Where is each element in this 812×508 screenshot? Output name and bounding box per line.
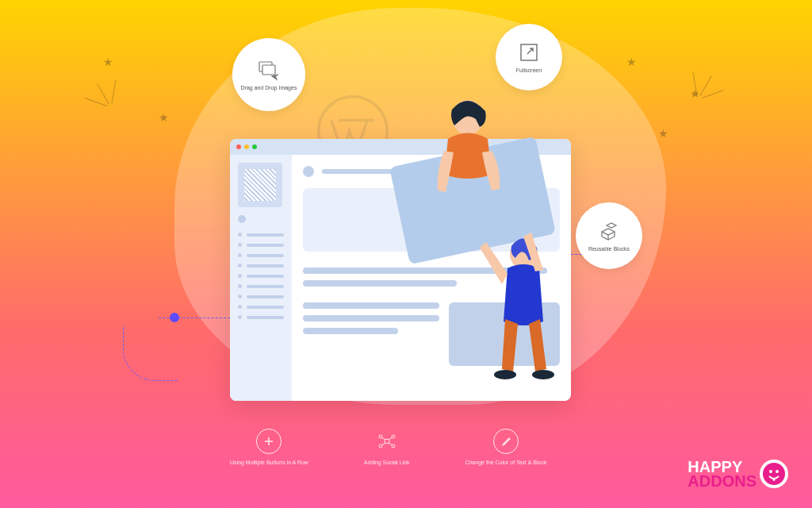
feature-label: Fullscreen (516, 67, 542, 74)
sparkle-burst (79, 75, 143, 139)
sparkle-burst (666, 67, 730, 131)
star-icon: ★ (103, 56, 113, 68)
eyedropper-icon (493, 429, 519, 454)
bottom-feature-row: Using Multiple Buttons in A Row Adding S… (230, 429, 546, 466)
star-icon: ★ (626, 56, 637, 68)
feature-change-color: Change the Color of Text & Block (465, 429, 546, 466)
svg-point-13 (763, 463, 785, 485)
window-min-dot (244, 144, 249, 149)
feature-social-link: Adding Social Link (364, 429, 410, 466)
fullscreen-icon (517, 40, 541, 64)
window-close-dot (236, 144, 241, 149)
blocks-icon (597, 219, 621, 243)
feature-label: Reusable Blocks (588, 246, 630, 252)
svg-point-3 (494, 370, 516, 379)
person-bottom-illustration (480, 230, 567, 397)
feature-multiple-buttons: Using Multiple Buttons in A Row (230, 429, 308, 466)
svg-point-4 (532, 370, 554, 379)
window-max-dot (252, 144, 257, 149)
person-top-illustration (428, 95, 508, 206)
logo-face-icon (760, 460, 788, 488)
feature-label: Drag and Drop Images (241, 85, 297, 91)
happy-addons-logo: HAPPY ADDONS (688, 460, 788, 488)
svg-point-15 (776, 470, 779, 473)
images-icon (257, 58, 281, 82)
network-icon (374, 429, 400, 454)
svg-point-14 (769, 470, 772, 473)
path-node (170, 313, 179, 322)
editor-sidebar (230, 155, 292, 401)
plus-icon (256, 429, 282, 454)
star-icon: ★ (159, 111, 169, 124)
dashed-connector (123, 325, 178, 381)
sidebar-thumbnail (238, 163, 282, 207)
feature-fullscreen: Fullscreen (496, 24, 562, 90)
feature-reusable-blocks: Reusable Blocks (576, 202, 642, 269)
svg-rect-6 (262, 65, 275, 75)
feature-drag-drop: Drag and Drop Images (232, 38, 305, 111)
